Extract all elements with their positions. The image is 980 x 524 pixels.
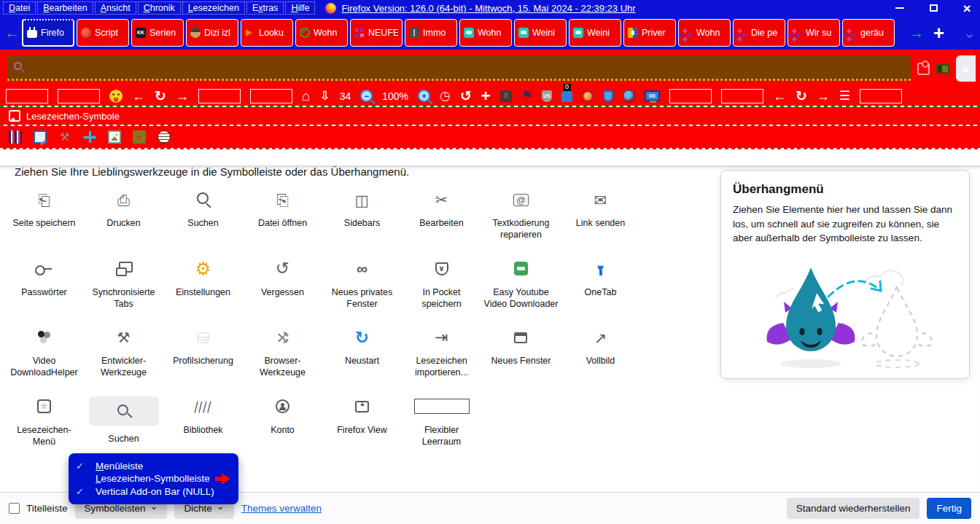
tab-10[interactable]: Weini bbox=[514, 19, 567, 47]
menu-hilfe[interactable]: Hilfe bbox=[285, 1, 315, 15]
new-tab-toolbar-button[interactable] bbox=[481, 88, 491, 104]
toolbar-overflow-button[interactable] bbox=[956, 55, 976, 82]
bookmark-window-wrench-icon[interactable] bbox=[34, 130, 47, 144]
toolbars-menu-item-3[interactable]: Vertical Add-on Bar (NULL) bbox=[69, 485, 238, 498]
download-button[interactable] bbox=[319, 90, 330, 102]
tab-12[interactable]: Priver bbox=[623, 19, 676, 47]
session-restore-button[interactable] bbox=[460, 89, 472, 103]
palette-item-vdh[interactable]: Video DownloadHelper bbox=[7, 327, 82, 379]
tab-13[interactable]: Wohn bbox=[678, 19, 731, 47]
bookmark-bookmark-star-icon[interactable] bbox=[133, 130, 146, 144]
tab-4[interactable]: Dizi izl bbox=[186, 19, 238, 47]
back-button-2[interactable] bbox=[773, 90, 786, 103]
shield-addon-button[interactable] bbox=[603, 90, 613, 102]
zoom-out-button[interactable] bbox=[360, 90, 373, 102]
palette-item-search[interactable]: Suchen bbox=[187, 189, 218, 241]
menu-datei[interactable]: Datei bbox=[3, 1, 36, 15]
palette-item-text-encoding[interactable]: Textkodierung reparieren bbox=[484, 189, 559, 241]
palette-item-account[interactable]: Konto bbox=[271, 396, 295, 448]
done-button[interactable]: Fertig bbox=[927, 498, 971, 519]
bookmark-flag-bars-icon[interactable] bbox=[9, 130, 22, 144]
menu-bearbeiten[interactable]: Bearbeiten bbox=[37, 1, 93, 15]
sidebar-toggle-icon[interactable] bbox=[936, 64, 949, 74]
palette-item-print[interactable]: Drucken bbox=[106, 189, 141, 241]
bookmark-picture-icon[interactable] bbox=[108, 130, 121, 144]
home-button[interactable] bbox=[302, 89, 310, 103]
palette-item-save-page[interactable]: Seite speichern bbox=[12, 189, 75, 241]
display-addon-button[interactable] bbox=[645, 90, 660, 101]
titlebar-checkbox[interactable] bbox=[9, 503, 20, 514]
toolbars-menu-item-2[interactable]: Lesezeichen-Symbolleiste bbox=[69, 472, 238, 485]
scroll-tabs-right-button[interactable] bbox=[907, 24, 926, 42]
palette-item-library[interactable]: Bibliothek bbox=[183, 396, 222, 448]
close-button[interactable] bbox=[961, 2, 973, 14]
palette-item-fullscreen[interactable]: Vollbild bbox=[586, 327, 615, 379]
ghostery-addon-button[interactable]: 0 bbox=[561, 90, 572, 102]
reload-button-2[interactable] bbox=[796, 89, 807, 103]
palette-item-dev-tools[interactable]: Entwickler-Werkzeuge bbox=[87, 327, 161, 379]
export-table-addon-button[interactable] bbox=[500, 90, 512, 102]
menu-extras[interactable]: Extras bbox=[246, 1, 284, 15]
tab-7[interactable]: NEUFE bbox=[350, 19, 402, 47]
tab-3[interactable]: Serien bbox=[131, 19, 184, 47]
new-tab-button[interactable] bbox=[933, 22, 944, 44]
bookmark-teal-creature-icon[interactable] bbox=[83, 130, 96, 144]
tab-5[interactable]: Looku bbox=[241, 19, 293, 47]
palette-item-passwords[interactable]: Passwörter bbox=[21, 259, 67, 310]
palette-item-synced-tabs[interactable]: Synchronisierte Tabs bbox=[87, 259, 161, 310]
palette-item-open-file[interactable]: Datei öffnen bbox=[258, 189, 307, 241]
toolbars-menu-item-1[interactable]: Menüleiste bbox=[69, 460, 238, 472]
tab-16[interactable]: geräu bbox=[842, 19, 895, 47]
reload-button[interactable] bbox=[155, 89, 166, 103]
palette-item-send-link[interactable]: Link senden bbox=[576, 189, 625, 241]
menu-ansicht[interactable]: Ansicht bbox=[95, 1, 136, 15]
history-clock-button[interactable] bbox=[440, 90, 451, 102]
forward-button-2[interactable] bbox=[817, 90, 830, 103]
tab-15[interactable]: Wir su bbox=[788, 19, 840, 47]
palette-item-forget[interactable]: Vergessen bbox=[261, 259, 304, 310]
bookmark-tools-icon[interactable] bbox=[58, 130, 71, 144]
tab-2[interactable]: Script bbox=[77, 19, 129, 47]
bookmark-globe-lines-icon[interactable] bbox=[158, 130, 171, 144]
globe-addon-button[interactable] bbox=[623, 90, 635, 102]
palette-item-import[interactable]: Lesezeichen importieren... bbox=[405, 327, 479, 379]
palette-item-restart[interactable]: Neustart bbox=[345, 327, 379, 379]
titlebar-option[interactable]: Titelleiste bbox=[9, 503, 68, 514]
tab-9[interactable]: Wohn bbox=[459, 19, 512, 47]
back-button[interactable] bbox=[132, 90, 145, 103]
us-shield-addon-button[interactable] bbox=[542, 90, 552, 102]
palette-item-search-field[interactable]: Suchen bbox=[89, 396, 159, 448]
palette-item-profile-backup[interactable]: Profilsicherung bbox=[173, 327, 233, 379]
orange-addon-button[interactable] bbox=[582, 90, 594, 102]
menu-chronik[interactable]: Chronik bbox=[138, 1, 181, 15]
zoom-in-button[interactable] bbox=[418, 90, 430, 102]
palette-item-new-window[interactable]: Neues Fenster bbox=[491, 327, 551, 379]
scroll-tabs-left-button[interactable] bbox=[3, 24, 22, 42]
menu-lesezeichen[interactable]: Lesezeichen bbox=[182, 1, 245, 15]
restore-defaults-button[interactable]: Standard wiederherstellen bbox=[787, 498, 920, 519]
palette-item-browser-tools[interactable]: Browser-Werkzeuge bbox=[246, 327, 320, 379]
extensions-puzzle-icon[interactable] bbox=[917, 63, 930, 75]
palette-item-pocket[interactable]: In Pocket speichern bbox=[405, 259, 479, 310]
palette-item-flex-space[interactable]: Flexibler Leerraum bbox=[405, 396, 479, 448]
palette-item-onetab[interactable]: OneTab bbox=[585, 259, 617, 310]
palette-item-firefox-view[interactable]: Firefox View bbox=[337, 396, 387, 448]
palette-item-sidebars[interactable]: Sidebars bbox=[344, 189, 380, 241]
palette-item-easy-youtube[interactable]: Easy Youtube Video Downloader bbox=[484, 259, 559, 310]
address-bar[interactable] bbox=[7, 56, 911, 81]
palette-item-bookmarks-menu[interactable]: Lesezeichen-Menü bbox=[7, 396, 82, 448]
maximize-button[interactable] bbox=[928, 2, 939, 14]
manage-themes-link[interactable]: Themes verwalten bbox=[241, 503, 322, 514]
tab-6[interactable]: Wohn bbox=[295, 19, 348, 47]
minimize-button[interactable] bbox=[894, 2, 906, 14]
bookmarks-folder-label[interactable]: Lesezeichen-Symbole bbox=[26, 111, 120, 122]
palette-item-settings[interactable]: Einstellungen bbox=[176, 259, 230, 310]
tab-14[interactable]: Die pe bbox=[733, 19, 785, 47]
palette-item-private[interactable]: Neues privates Fenster bbox=[325, 259, 400, 310]
list-all-tabs-chevron[interactable] bbox=[963, 24, 976, 42]
tab-11[interactable]: Weini bbox=[569, 19, 621, 47]
flag-addon-button[interactable] bbox=[521, 90, 532, 102]
forward-button[interactable] bbox=[176, 90, 189, 103]
tab-8[interactable]: Immo bbox=[405, 19, 457, 47]
palette-item-edit[interactable]: Bearbeiten bbox=[419, 189, 463, 241]
